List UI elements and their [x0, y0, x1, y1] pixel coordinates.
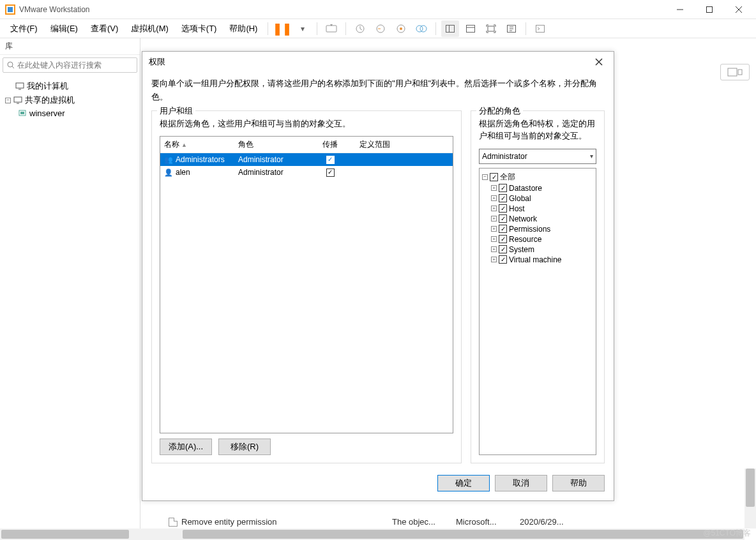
expand-icon[interactable]: + [491, 226, 497, 232]
single-screen-icon[interactable] [441, 20, 459, 37]
monitor-icon [13, 96, 22, 105]
task-user: Microsoft... [456, 517, 520, 527]
svg-rect-27 [20, 112, 24, 114]
priv-node[interactable]: +✓Datastore [481, 183, 594, 193]
add-button[interactable]: 添加(A)... [160, 439, 212, 455]
priv-label: 全部 [500, 172, 515, 183]
expand-icon[interactable]: + [491, 216, 497, 221]
separator [435, 22, 436, 35]
separator [525, 22, 526, 35]
col-scope[interactable]: 定义范围 [356, 137, 453, 153]
revert-snapshot-icon[interactable] [372, 20, 389, 37]
search-box[interactable] [3, 57, 137, 73]
checkbox-icon[interactable]: ✓ [499, 255, 507, 264]
priv-label: System [509, 245, 534, 254]
tree-label: winserver [29, 109, 65, 118]
close-button[interactable] [724, 0, 753, 19]
minimize-button[interactable] [665, 0, 695, 19]
priv-node[interactable]: +✓Permissions [481, 224, 594, 234]
send-ctrl-alt-del-icon[interactable] [322, 20, 340, 37]
tree-node-winserver[interactable]: winserver [3, 107, 137, 119]
checkbox-icon[interactable]: ✓ [499, 214, 507, 223]
checkbox-icon[interactable]: ✓ [490, 173, 498, 181]
checkbox-icon[interactable]: ✓ [499, 235, 507, 243]
propagate-checkbox[interactable]: ✓ [326, 169, 335, 177]
remove-button[interactable]: 移除(R) [218, 439, 271, 455]
watermark: @51CTO博客 [703, 528, 751, 539]
collapse-icon[interactable]: − [5, 98, 11, 103]
expand-icon[interactable]: + [491, 185, 497, 191]
menu-tabs[interactable]: 选项卡(T) [176, 20, 222, 37]
dialog-close-button[interactable] [591, 54, 607, 70]
expand-icon[interactable]: + [491, 195, 497, 201]
col-role[interactable]: 角色 [234, 137, 305, 153]
console-icon[interactable] [531, 20, 549, 37]
checkbox-icon[interactable]: ✓ [499, 194, 507, 202]
checkbox-icon[interactable]: ✓ [499, 225, 507, 233]
svg-rect-13 [446, 25, 450, 32]
tree-label: 共享的虚拟机 [25, 94, 75, 106]
task-row[interactable]: Remove entity permission The objec... Mi… [169, 516, 756, 528]
dialog-body: 要向单个或一组用户分配权限，请将这些用户的名称添加到下面的"用户和组"列表中。然… [142, 72, 614, 469]
multi-screen-icon[interactable] [462, 20, 480, 37]
cell-name: Administrators [176, 155, 225, 164]
priv-node[interactable]: +✓Host [481, 204, 594, 214]
checkbox-icon[interactable]: ✓ [499, 204, 507, 213]
maximize-button[interactable] [695, 0, 724, 19]
tree-node-my-computer[interactable]: 我的计算机 [3, 79, 137, 93]
priv-root[interactable]: − ✓ 全部 [481, 171, 594, 183]
menu-edit[interactable]: 编辑(E) [45, 20, 83, 37]
ok-button[interactable]: 确定 [437, 475, 490, 491]
role-select[interactable]: Administrator ▾ [479, 149, 596, 164]
checkbox-icon[interactable]: ✓ [499, 245, 507, 253]
search-input[interactable] [17, 61, 133, 70]
menu-vm[interactable]: 虚拟机(M) [126, 20, 174, 37]
priv-node[interactable]: +✓Global [481, 193, 594, 204]
pause-button[interactable]: ❚❚ [273, 20, 291, 37]
manage-snapshot-icon[interactable] [392, 20, 410, 37]
priv-label: Global [509, 194, 531, 203]
priv-label: Network [509, 214, 537, 223]
separator [268, 22, 268, 35]
thumbnail-button[interactable] [720, 64, 750, 80]
priv-node[interactable]: +✓Network [481, 214, 594, 224]
priv-node[interactable]: +✓System [481, 244, 594, 255]
tree-label: 我的计算机 [27, 80, 68, 92]
snapshot-icon[interactable] [351, 20, 369, 37]
priv-label: Host [509, 204, 525, 213]
table-row[interactable]: 👥Administrators Administrator ✓ [160, 153, 453, 166]
vertical-scrollbar[interactable] [745, 469, 756, 529]
cancel-button[interactable]: 取消 [495, 475, 547, 491]
menu-view[interactable]: 查看(V) [86, 20, 123, 37]
expand-icon[interactable]: + [491, 246, 497, 252]
svg-point-20 [8, 62, 13, 67]
tree-node-shared-vms[interactable]: − 共享的虚拟机 [3, 93, 137, 107]
svg-rect-1 [8, 7, 13, 12]
propagate-checkbox[interactable]: ✓ [326, 156, 335, 164]
horizontal-scrollbar[interactable] [0, 529, 745, 540]
multi-snapshot-icon[interactable] [412, 20, 430, 37]
help-button[interactable]: 帮助 [552, 475, 605, 491]
svg-rect-14 [450, 25, 455, 32]
dialog-titlebar: 权限 [142, 52, 614, 72]
fullscreen-icon[interactable] [482, 20, 500, 37]
dialog-description: 要向单个或一组用户分配权限，请将这些用户的名称添加到下面的"用户和组"列表中。然… [151, 77, 605, 104]
table-row[interactable]: 👤alen Administrator ✓ [160, 166, 453, 179]
menu-file[interactable]: 文件(F) [5, 20, 43, 37]
svg-rect-28 [728, 68, 737, 76]
collapse-icon[interactable]: − [482, 174, 488, 180]
user-icon: 👤 [164, 169, 173, 177]
priv-node[interactable]: +✓Virtual machine [481, 255, 594, 265]
expand-icon[interactable]: + [491, 236, 497, 242]
expand-icon[interactable]: + [491, 206, 497, 211]
menu-help[interactable]: 帮助(H) [224, 20, 262, 37]
unity-icon[interactable] [503, 20, 520, 37]
checkbox-icon[interactable]: ✓ [499, 184, 507, 192]
expand-icon[interactable]: + [491, 257, 497, 262]
task-date: 2020/6/29... [520, 517, 756, 527]
col-name[interactable]: 名称▲ [160, 137, 234, 153]
cell-role: Administrator [234, 168, 305, 177]
col-propagate[interactable]: 传播 [305, 137, 356, 153]
priv-node[interactable]: +✓Resource [481, 234, 594, 244]
dropdown-icon[interactable]: ▾ [294, 20, 312, 37]
